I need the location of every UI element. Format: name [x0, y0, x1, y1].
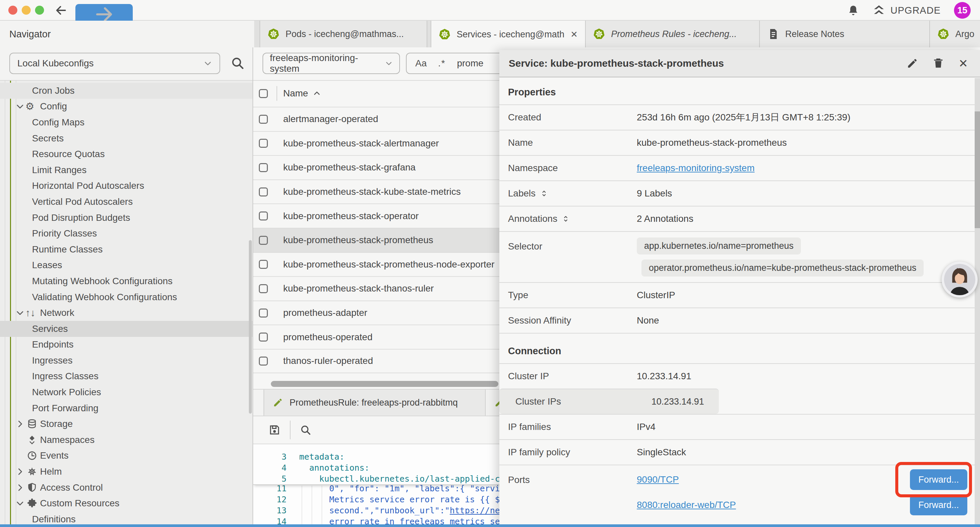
sidebar-item-helm[interactable]: Helm: [0, 463, 253, 480]
minimize-window-button[interactable]: [22, 6, 31, 15]
detail-row-cluster-ip: Cluster IP10.233.14.91: [500, 363, 975, 388]
drawer-scrollbar-thumb[interactable]: [975, 111, 980, 228]
app-window: UPGRADE 15 Navigator Pods - icecheng@mat…: [0, 0, 980, 527]
select-all-checkbox[interactable]: [259, 89, 268, 98]
chevron-down-icon: [15, 308, 25, 318]
drawer-body: PropertiesCreated253d 16h 6m ago (2025年1…: [500, 78, 975, 524]
tab-2[interactable]: Prometheus Rules - icecheng...: [586, 21, 760, 47]
sidebar-item-horizontal-pod-autoscalers[interactable]: Horizontal Pod Autoscalers: [0, 178, 253, 194]
sidebar-item-validating-webhook-configurations[interactable]: Validating Webhook Configurations: [0, 289, 253, 305]
close-icon[interactable]: ✕: [959, 58, 968, 69]
row-checkbox[interactable]: [259, 139, 268, 148]
property-value: IPv4: [637, 422, 655, 432]
expand-toggle-icon[interactable]: [540, 189, 548, 198]
row-checkbox[interactable]: [259, 260, 268, 269]
namespace-select[interactable]: freeleaps-monitoring-system: [262, 53, 400, 74]
sidebar-item-label: Ingress Classes: [32, 371, 99, 382]
user-avatar[interactable]: [942, 261, 978, 298]
network-arrows-icon: ↑↓: [25, 308, 35, 318]
selector-chip: app.kubernetes.io/name=prometheus: [637, 237, 801, 255]
trash-icon[interactable]: [932, 58, 944, 69]
detail-row-created: Created253d 16h 6m ago (2025年1月13日 GMT+8…: [500, 104, 975, 130]
sidebar-item-events[interactable]: Events: [0, 448, 253, 464]
sort-ascending-icon: [313, 89, 321, 97]
sidebar-item-endpoints[interactable]: Endpoints: [0, 337, 253, 353]
edit-icon[interactable]: [907, 58, 918, 69]
port-link[interactable]: 9090/TCP: [637, 469, 910, 490]
upgrade-label: UPGRADE: [891, 5, 941, 16]
drawer-scrollbar-track[interactable]: [975, 78, 980, 524]
upgrade-button[interactable]: UPGRADE: [873, 4, 941, 17]
sidebar-item-custom-resources[interactable]: Custom Resources: [0, 495, 253, 511]
bell-icon[interactable]: [847, 4, 859, 16]
row-checkbox[interactable]: [259, 163, 268, 172]
editor-tab-prometheusrule[interactable]: PrometheusRule: freeleaps-prod-rabbitmq: [264, 390, 486, 416]
sidebar-item-port-forwarding[interactable]: Port Forwarding: [0, 400, 253, 416]
document-icon: [767, 28, 779, 40]
sidebar-item-network[interactable]: ↑↓Network: [0, 305, 253, 321]
regex-toggle[interactable]: .*: [438, 58, 445, 69]
panel-divider[interactable]: [253, 47, 253, 524]
sidebar-item-resource-quotas[interactable]: Resource Quotas: [0, 146, 253, 162]
sidebar-item-ingresses[interactable]: Ingresses: [0, 353, 253, 369]
detail-row-cluster-ips: Cluster IPs10.233.14.91: [500, 388, 719, 414]
property-label: Name: [508, 137, 533, 148]
expand-toggle-icon[interactable]: [562, 215, 570, 223]
row-checkbox[interactable]: [259, 212, 268, 220]
close-window-button[interactable]: [8, 6, 18, 15]
sidebar-item-runtime-classes[interactable]: Runtime Classes: [0, 242, 253, 258]
sidebar-item-priority-classes[interactable]: Priority Classes: [0, 226, 253, 242]
sidebar-item-definitions[interactable]: Definitions: [0, 511, 253, 524]
back-icon[interactable]: [55, 4, 67, 17]
sidebar-item-limit-ranges[interactable]: Limit Ranges: [0, 162, 253, 178]
sidebar-item-network-policies[interactable]: Network Policies: [0, 384, 253, 400]
maximize-window-button[interactable]: [35, 6, 44, 15]
tab-1[interactable]: Services - icecheng@math...✕: [431, 21, 586, 48]
property-link[interactable]: freeleaps-monitoring-system: [637, 163, 754, 174]
clock-icon: [27, 450, 37, 461]
sidebar-item-label: Limit Ranges: [32, 165, 86, 175]
sidebar-item-namespaces[interactable]: Namespaces: [0, 432, 253, 448]
case-sensitive-toggle[interactable]: Aa: [415, 58, 426, 69]
sidebar-item-leases[interactable]: Leases: [0, 258, 253, 274]
sidebar-item-mutating-webhook-configurations[interactable]: Mutating Webhook Configurations: [0, 273, 253, 289]
sidebar-item-config-maps[interactable]: Config Maps: [0, 115, 253, 131]
sidebar-scrollbar[interactable]: [249, 240, 252, 414]
sidebar-item-cron-jobs[interactable]: Cron Jobs: [0, 83, 253, 99]
close-icon[interactable]: ✕: [570, 29, 578, 40]
row-checkbox[interactable]: [259, 284, 268, 293]
sidebar-item-storage[interactable]: Storage: [0, 416, 253, 432]
tab-label: Release Notes: [785, 29, 844, 39]
save-icon[interactable]: [269, 424, 280, 436]
notification-badge[interactable]: 15: [954, 2, 970, 19]
tab-3[interactable]: Release Notes: [760, 21, 930, 47]
sidebar-item-pod-disruption-budgets[interactable]: Pod Disruption Budgets: [0, 210, 253, 226]
tab-4[interactable]: Argo Se: [930, 21, 980, 47]
service-name: kube-prometheus-stack-thanos-ruler: [283, 283, 434, 294]
search-icon[interactable]: [231, 56, 245, 70]
sidebar-item-access-control[interactable]: Access Control: [0, 480, 253, 496]
row-checkbox[interactable]: [259, 309, 268, 318]
row-checkbox[interactable]: [259, 357, 268, 366]
horizontal-scrollbar[interactable]: [271, 381, 498, 387]
search-icon[interactable]: [300, 424, 311, 436]
port-link[interactable]: 8080:reloader-web/TCP: [637, 495, 910, 515]
sidebar-item-label: Namespaces: [40, 435, 94, 445]
name-column-header[interactable]: Name: [283, 88, 321, 99]
sidebar-item-secrets[interactable]: Secrets: [0, 131, 253, 146]
row-checkbox[interactable]: [259, 333, 268, 342]
sidebar-item-ingress-classes[interactable]: Ingress Classes: [0, 369, 253, 385]
sidebar-item-config[interactable]: ⚙Config: [0, 99, 253, 115]
tab-0[interactable]: Pods - icecheng@mathmas...: [259, 21, 427, 47]
sidebar-item-services[interactable]: Services: [0, 321, 253, 337]
row-checkbox[interactable]: [259, 188, 268, 196]
row-checkbox[interactable]: [259, 236, 268, 245]
sidebar-item-vertical-pod-autoscalers[interactable]: Vertical Pod Autoscalers: [0, 194, 253, 210]
row-checkbox[interactable]: [259, 115, 268, 124]
kubeconfig-select[interactable]: Local Kubeconfigs: [10, 53, 220, 74]
sidebar-item-label: Secrets: [32, 133, 64, 144]
forward-button[interactable]: Forward...: [910, 495, 967, 515]
namespace-select-value: freeleaps-monitoring-system: [270, 53, 385, 74]
property-value: 2 Annotations: [637, 213, 694, 224]
property-label: IP families: [508, 422, 551, 432]
